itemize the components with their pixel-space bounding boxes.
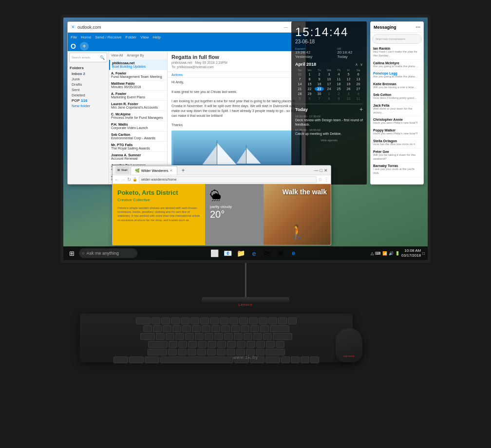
star-icon[interactable]: ☆	[318, 177, 322, 182]
key-g[interactable]	[208, 341, 216, 348]
contact-item[interactable]: Barnaby Torras I see you your work at th…	[371, 163, 423, 177]
browser-minimize[interactable]: —	[314, 168, 319, 173]
key-prt[interactable]	[268, 317, 277, 324]
key-4[interactable]	[182, 325, 191, 332]
key-comma[interactable]	[236, 349, 245, 355]
key-f9[interactable]	[229, 317, 238, 324]
messaging-menu-icon[interactable]: •••	[416, 25, 420, 30]
contact-item[interactable]: Callina McIntyre Are you going to make t…	[371, 60, 423, 71]
view-all-label[interactable]: View All	[111, 54, 123, 57]
key-k[interactable]	[237, 341, 246, 348]
key-lwin[interactable]	[129, 356, 144, 363]
taskbar-edge-icon[interactable]: e	[288, 247, 300, 259]
email-item[interactable]: P.H. Wallis Corporate Video Launch	[109, 121, 167, 131]
key-semicolon[interactable]	[256, 341, 265, 348]
key-c[interactable]	[188, 349, 196, 355]
tab-close-icon[interactable]: ✕	[170, 168, 173, 173]
key-right[interactable]	[310, 356, 319, 363]
new-tab-button[interactable]: +	[178, 166, 188, 175]
key-space[interactable]	[160, 356, 233, 363]
key-enter[interactable]	[273, 333, 292, 340]
key-t[interactable]	[195, 333, 204, 340]
action-center-icon[interactable]: □	[422, 251, 425, 256]
forward-icon[interactable]: →	[121, 177, 126, 182]
taskbar-task-view[interactable]: ⬜	[209, 247, 221, 259]
key-1[interactable]	[153, 325, 162, 332]
key-quote[interactable]	[266, 341, 275, 348]
key-f11[interactable]	[249, 317, 258, 324]
email-item[interactable]: Matthew Faldo Minutes 06/05/2018	[109, 80, 167, 91]
key-minus[interactable]	[250, 325, 259, 332]
key-2[interactable]	[163, 325, 171, 332]
key-h[interactable]	[217, 341, 226, 348]
contact-item[interactable]: Christopher Annie Have you seen Philip's…	[371, 116, 423, 127]
key-f7[interactable]	[210, 317, 219, 324]
key-slash[interactable]	[256, 349, 264, 355]
minimize-button[interactable]: —	[283, 24, 289, 30]
taskbar-ie-icon[interactable]: e	[248, 247, 260, 259]
pop-folder[interactable]: POP 116	[70, 98, 107, 103]
key-w[interactable]	[166, 333, 174, 340]
browser-maximize[interactable]: □	[320, 168, 322, 173]
browser-close[interactable]: ✕	[324, 168, 328, 173]
key-tab[interactable]	[140, 333, 155, 340]
key-i[interactable]	[224, 333, 233, 340]
key-backspace[interactable]	[270, 325, 289, 332]
tab-send-receive[interactable]: Send / Receive	[95, 35, 121, 39]
key-6[interactable]	[202, 325, 210, 332]
key-brk[interactable]	[288, 317, 297, 324]
contact-item[interactable]: Peter Gee Will you be taking it down for…	[371, 149, 423, 163]
menu-icon[interactable]: ⋮	[324, 177, 329, 182]
new-email-button[interactable]: +	[80, 42, 89, 51]
key-plus[interactable]	[260, 325, 269, 332]
taskbar-store-icon[interactable]: 🛍	[262, 247, 273, 259]
contact-item[interactable]: Penelope Lagg Are you going to make the …	[371, 70, 423, 81]
key-period[interactable]	[246, 349, 255, 355]
key-f12[interactable]	[259, 317, 267, 324]
key-p[interactable]	[244, 333, 252, 340]
key-f4[interactable]	[181, 317, 189, 324]
key-v[interactable]	[197, 349, 206, 355]
new-folder[interactable]: New folder	[70, 103, 107, 109]
taskbar-mail-icon[interactable]: ✉	[275, 247, 286, 259]
key-f5[interactable]	[190, 317, 199, 324]
email-item[interactable]: Mr. PTG Falls The Royal Sailing Awards	[109, 142, 167, 152]
key-0[interactable]	[241, 325, 249, 332]
deleted-folder[interactable]: Deleted	[70, 93, 107, 98]
taskbar-folder-icon[interactable]: 📁	[235, 247, 247, 259]
address-bar[interactable]: wilder-wanderers/home	[139, 176, 317, 183]
messaging-search[interactable]: Start new conversation	[372, 34, 422, 44]
key-3[interactable]	[172, 325, 181, 332]
key-q[interactable]	[156, 333, 165, 340]
arrange-label[interactable]: Arrange By	[127, 54, 144, 57]
key-x[interactable]	[178, 349, 187, 355]
tab-folder[interactable]: Folder	[126, 35, 137, 39]
email-item[interactable]: Lauren R. Foster Mrs Jane Copeland's Acc…	[109, 101, 167, 111]
drafts-folder[interactable]: Drafts	[70, 82, 107, 87]
contact-item[interactable]: Jack Fella Well done to your team for th…	[371, 102, 423, 117]
key-scr[interactable]	[278, 317, 287, 324]
key-b[interactable]	[207, 349, 216, 355]
browser-tab-active[interactable]: 🌿 Wilder Wanderers ✕	[131, 166, 178, 175]
key-f3[interactable]	[171, 317, 180, 324]
sent-folder[interactable]: Sent	[70, 87, 107, 93]
key-left[interactable]	[281, 356, 290, 363]
key-down[interactable]	[301, 356, 309, 363]
key-lctrl[interactable]	[113, 356, 128, 363]
taskbar-outlook-icon[interactable]: 📧	[222, 247, 234, 259]
calendar-prev[interactable]: ∧	[355, 62, 358, 67]
contact-item[interactable]: Poppy Walker Have you seen Philip's new …	[371, 127, 423, 138]
key-8[interactable]	[221, 325, 230, 332]
email-item[interactable]: A. Fowler Fund Management Team Meeting	[109, 70, 167, 80]
agenda-add-button[interactable]: +	[359, 106, 363, 113]
key-r[interactable]	[185, 333, 194, 340]
key-rbracket[interactable]	[263, 333, 272, 340]
tab-home[interactable]: Home	[81, 35, 91, 39]
inbox-folder[interactable]: Inbox 2	[70, 71, 107, 76]
hide-agenda-button[interactable]: Hide agenda	[295, 139, 363, 142]
key-hash[interactable]	[276, 341, 284, 348]
junk-folder[interactable]: Junk	[70, 76, 107, 82]
refresh-icon[interactable]: ↻	[127, 177, 131, 182]
key-f2[interactable]	[161, 317, 170, 324]
contact-item[interactable]: Stella Octagon How has the new one more …	[371, 138, 423, 149]
